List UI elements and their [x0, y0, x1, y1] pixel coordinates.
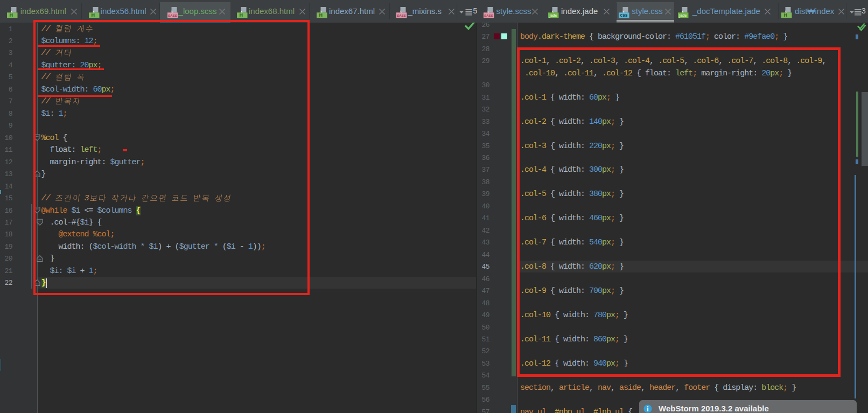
svg-text:H: H [784, 12, 788, 18]
svg-text:H: H [240, 12, 243, 18]
svg-text:SASS: SASS [484, 14, 493, 17]
svg-text:jade: jade [678, 13, 687, 18]
svg-text:H: H [91, 12, 95, 18]
svg-text:SASS: SASS [168, 14, 177, 17]
svg-text:SASS: SASS [397, 14, 405, 17]
svg-text:css: css [620, 12, 627, 18]
svg-text:H: H [10, 12, 13, 18]
svg-text:H: H [319, 12, 323, 18]
svg-text:jade: jade [549, 13, 557, 18]
